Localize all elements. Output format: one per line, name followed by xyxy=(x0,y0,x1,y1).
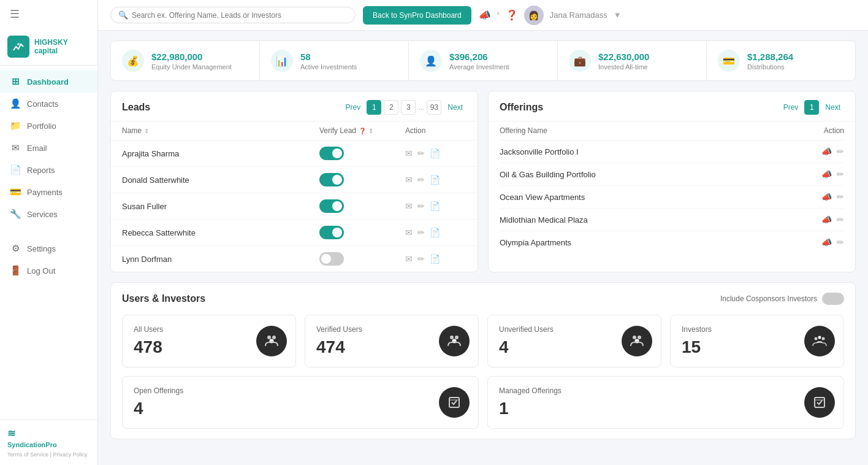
edit-offering-icon[interactable]: ✏ xyxy=(837,215,844,225)
edit-offering-icon[interactable]: ✏ xyxy=(837,192,844,202)
header-chevron-icon[interactable]: ▼ xyxy=(614,10,622,20)
leads-page-2-button[interactable]: 2 xyxy=(384,100,398,115)
verify-toggle[interactable] xyxy=(319,199,344,213)
back-to-dashboard-button[interactable]: Back to SynPro Dashboard xyxy=(363,6,471,25)
stats-row: 💰 $22,980,000 Equity Under Management 📊 … xyxy=(110,40,856,81)
offerings-next-button[interactable]: Next xyxy=(821,100,844,115)
offering-actions: 📣 ✏ xyxy=(795,237,844,247)
distributions-label: Distributions xyxy=(747,63,793,71)
sort-icon[interactable]: ⇕ xyxy=(144,128,149,134)
doc-action-icon[interactable]: 📄 xyxy=(430,175,440,185)
sidebar-item-settings[interactable]: ⚙ Settings xyxy=(0,237,97,259)
leads-header: Leads Prev 1 2 3 ... 93 Next xyxy=(111,91,478,121)
logout-icon: 🚪 xyxy=(10,265,21,276)
avatar: 👩 xyxy=(524,6,544,25)
edit-offering-icon[interactable]: ✏ xyxy=(837,147,844,156)
leads-page-93-button[interactable]: 93 xyxy=(427,100,441,115)
verified-users-card: Verified Users 474 xyxy=(305,315,479,367)
announce-icon[interactable]: 📣 xyxy=(821,237,832,247)
email-action-icon[interactable]: ✉ xyxy=(405,228,413,237)
sidebar-item-services[interactable]: 🔧 Services xyxy=(0,203,97,225)
svg-point-0 xyxy=(17,43,20,45)
edit-action-icon[interactable]: ✏ xyxy=(417,201,425,211)
edit-action-icon[interactable]: ✏ xyxy=(417,254,425,264)
offerings-header: Offerings Prev 1 Next xyxy=(489,91,855,121)
users-investors-header: Users & Investors Include Cosponsors Inv… xyxy=(122,293,844,305)
col-offering-action: Action xyxy=(795,126,844,135)
doc-action-icon[interactable]: 📄 xyxy=(430,201,440,211)
edit-offering-icon[interactable]: ✏ xyxy=(837,237,844,247)
verify-toggle[interactable] xyxy=(319,252,344,266)
edit-offering-icon[interactable]: ✏ xyxy=(837,169,844,179)
logo-icon xyxy=(7,36,29,58)
table-row: Susan Fuller ✉ ✏ 📄 xyxy=(111,193,478,220)
sort-verify-icon[interactable]: ⇕ xyxy=(368,128,373,134)
offerings-page-1-button[interactable]: 1 xyxy=(804,100,819,115)
invested-value: $22,630,000 xyxy=(598,52,649,62)
doc-action-icon[interactable]: 📄 xyxy=(430,254,440,264)
verify-toggle[interactable] xyxy=(319,173,344,186)
search-icon: 🔍 xyxy=(118,10,128,20)
verify-toggle[interactable] xyxy=(319,226,344,239)
privacy-link[interactable]: Privacy Policy xyxy=(53,452,87,458)
offering-row: Jacksonville Portfolio I 📣 ✏ xyxy=(500,140,844,163)
users-investors-section: Users & Investors Include Cosponsors Inv… xyxy=(110,282,856,439)
search-bar[interactable]: 🔍 xyxy=(110,7,356,23)
svg-point-10 xyxy=(815,337,818,340)
announce-icon[interactable]: 📣 xyxy=(821,147,832,156)
svg-point-7 xyxy=(633,336,636,339)
email-action-icon[interactable]: ✉ xyxy=(405,254,413,264)
sidebar-item-reports[interactable]: 📄 Reports xyxy=(0,159,97,181)
offering-name: Oil & Gas Building Portfolio xyxy=(500,170,795,179)
email-action-icon[interactable]: ✉ xyxy=(405,175,413,185)
doc-action-icon[interactable]: 📄 xyxy=(430,228,440,237)
sidebar-item-contacts[interactable]: 👤 Contacts xyxy=(0,93,97,115)
edit-action-icon[interactable]: ✏ xyxy=(417,228,425,237)
leads-next-button[interactable]: Next xyxy=(444,100,466,115)
leads-page-1-button[interactable]: 1 xyxy=(367,100,381,115)
verify-toggle[interactable] xyxy=(319,147,344,160)
svg-point-12 xyxy=(822,337,825,340)
users-investors-title: Users & Investors xyxy=(122,293,205,304)
sidebar-item-logout[interactable]: 🚪 Log Out xyxy=(0,259,97,282)
announce-icon[interactable]: 📣 xyxy=(821,215,832,225)
action-icons: ✉ ✏ 📄 xyxy=(405,201,466,211)
email-icon: ✉ xyxy=(10,142,21,153)
email-action-icon[interactable]: ✉ xyxy=(405,148,413,158)
table-row: Aprajita Sharma ✉ ✏ 📄 xyxy=(111,140,478,167)
email-action-icon[interactable]: ✉ xyxy=(405,201,413,211)
leads-table-header: Name ⇕ Verify Lead ❓ ⇕ Action xyxy=(111,121,478,140)
sidebar-item-email[interactable]: ✉ Email xyxy=(0,137,97,159)
open-offerings-value: 4 xyxy=(134,399,467,418)
sidebar-item-dashboard[interactable]: ⊞ Dashboard xyxy=(0,71,97,93)
svg-rect-14 xyxy=(815,398,824,407)
edit-action-icon[interactable]: ✏ xyxy=(417,148,425,158)
sidebar-item-portfolio[interactable]: 📁 Portfolio xyxy=(0,115,97,137)
help-icon[interactable]: ❓ xyxy=(506,9,518,21)
edit-action-icon[interactable]: ✏ xyxy=(417,175,425,185)
announce-icon[interactable]: 📣 xyxy=(821,192,832,202)
menu-toggle[interactable]: ☰ xyxy=(0,0,97,28)
offering-actions: 📣 ✏ xyxy=(795,147,844,156)
sidebar-item-payments[interactable]: 💳 Payments xyxy=(0,181,97,203)
search-input[interactable] xyxy=(132,11,348,20)
open-offerings-icon xyxy=(439,387,470,418)
leads-page-3-button[interactable]: 3 xyxy=(401,100,416,115)
help-verify-icon[interactable]: ❓ xyxy=(359,128,366,134)
table-row: Donald Satterwhite ✉ ✏ 📄 xyxy=(111,167,478,193)
notification-icon[interactable]: 📣 xyxy=(479,9,491,21)
offerings-panel: Offerings Prev 1 Next Offering Name Acti… xyxy=(488,91,856,272)
dashboard-icon: ⊞ xyxy=(10,76,21,87)
offering-row: Olympia Apartments 📣 ✏ xyxy=(500,231,844,253)
stat-investments: 📊 58 Active Investments xyxy=(260,41,409,80)
table-row: Rebecca Satterwhite ✉ ✏ 📄 xyxy=(111,220,478,246)
settings-icon: ⚙ xyxy=(10,243,21,254)
offering-actions: 📣 ✏ xyxy=(795,169,844,179)
announce-icon[interactable]: 📣 xyxy=(821,169,832,179)
doc-action-icon[interactable]: 📄 xyxy=(430,148,440,158)
leads-prev-button[interactable]: Prev xyxy=(342,100,365,115)
offerings-prev-button[interactable]: Prev xyxy=(780,100,802,115)
cosponsors-toggle-switch[interactable] xyxy=(822,293,844,305)
services-icon: 🔧 xyxy=(10,209,21,220)
terms-link[interactable]: Terms of Service xyxy=(7,452,48,458)
